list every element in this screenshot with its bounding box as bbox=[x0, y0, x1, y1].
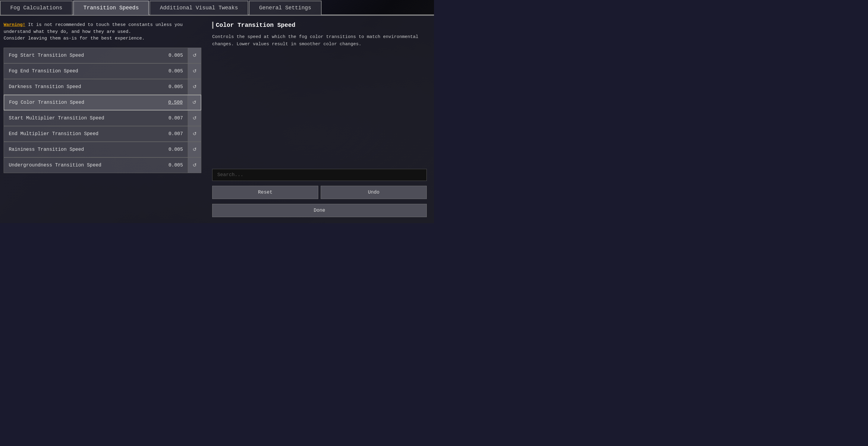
reset-icon-glyph-undergroundness: ↺ bbox=[193, 162, 196, 168]
right-panel: Color Transition Speed Controls the spee… bbox=[205, 16, 434, 223]
setting-row-start-multiplier[interactable]: Start Multiplier Transition Speed0.007↺ bbox=[4, 110, 201, 126]
setting-label-start-multiplier: Start Multiplier Transition Speed bbox=[4, 116, 164, 121]
setting-row-fog-start[interactable]: Fog Start Transition Speed0.005↺ bbox=[4, 48, 201, 63]
reset-icon-raininess[interactable]: ↺ bbox=[188, 142, 201, 157]
app-container: Fog CalculationsTransition SpeedsAdditio… bbox=[0, 0, 434, 223]
settings-list: Fog Start Transition Speed0.005↺Fog End … bbox=[4, 48, 201, 173]
done-button[interactable]: Done bbox=[212, 204, 427, 217]
setting-row-raininess[interactable]: Raininess Transition Speed0.005↺ bbox=[4, 142, 201, 157]
reset-icon-glyph-fog-end: ↺ bbox=[193, 68, 196, 74]
reset-icon-darkness[interactable]: ↺ bbox=[188, 79, 201, 94]
setting-label-raininess: Raininess Transition Speed bbox=[4, 147, 164, 152]
setting-label-fog-color: Fog Color Transition Speed bbox=[4, 100, 163, 105]
tab-transition-speeds[interactable]: Transition Speeds bbox=[73, 1, 149, 15]
setting-value-fog-start: 0.005 bbox=[164, 53, 188, 58]
reset-button[interactable]: Reset bbox=[212, 186, 318, 199]
setting-row-fog-end[interactable]: Fog End Transition Speed0.005↺ bbox=[4, 63, 201, 79]
reset-icon-start-multiplier[interactable]: ↺ bbox=[188, 111, 201, 126]
setting-label-fog-start: Fog Start Transition Speed bbox=[4, 53, 164, 58]
warning-block: Warning! It is not recommended to touch … bbox=[4, 21, 201, 46]
reset-icon-glyph-darkness: ↺ bbox=[193, 84, 196, 90]
setting-row-end-multiplier[interactable]: End Multiplier Transition Speed0.007↺ bbox=[4, 126, 201, 142]
reset-icon-glyph-end-multiplier: ↺ bbox=[193, 131, 196, 137]
reset-icon-end-multiplier[interactable]: ↺ bbox=[188, 126, 201, 142]
reset-icon-fog-color[interactable]: ↺ bbox=[187, 95, 201, 110]
left-panel: Warning! It is not recommended to touch … bbox=[0, 16, 205, 223]
warning-text: It is not recommended to touch these con… bbox=[4, 22, 183, 41]
reset-icon-undergroundness[interactable]: ↺ bbox=[188, 158, 201, 173]
warning-label: Warning! bbox=[4, 22, 25, 27]
setting-value-end-multiplier: 0.007 bbox=[164, 131, 188, 137]
setting-value-start-multiplier: 0.007 bbox=[164, 116, 188, 121]
setting-value-undergroundness: 0.005 bbox=[164, 162, 188, 168]
info-title: Color Transition Speed bbox=[212, 22, 427, 29]
setting-label-darkness: Darkness Transition Speed bbox=[4, 84, 164, 90]
setting-value-fog-color: 0.500 bbox=[163, 100, 187, 105]
reset-icon-glyph-fog-color: ↺ bbox=[192, 99, 196, 105]
setting-row-fog-color[interactable]: Fog Color Transition Speed0.500↺ bbox=[4, 95, 201, 110]
reset-icon-fog-start[interactable]: ↺ bbox=[188, 48, 201, 63]
search-input[interactable] bbox=[212, 169, 427, 181]
reset-icon-glyph-raininess: ↺ bbox=[193, 147, 196, 152]
setting-value-fog-end: 0.005 bbox=[164, 68, 188, 74]
setting-label-fog-end: Fog End Transition Speed bbox=[4, 68, 164, 74]
tab-fog-calculations[interactable]: Fog Calculations bbox=[0, 1, 73, 15]
setting-label-end-multiplier: End Multiplier Transition Speed bbox=[4, 131, 164, 137]
info-text: Controls the speed at which the fog colo… bbox=[212, 33, 427, 48]
setting-label-undergroundness: Undergroundness Transition Speed bbox=[4, 162, 164, 168]
setting-row-undergroundness[interactable]: Undergroundness Transition Speed0.005↺ bbox=[4, 157, 201, 173]
tab-general-settings[interactable]: General Settings bbox=[249, 1, 321, 15]
reset-icon-glyph-fog-start: ↺ bbox=[193, 53, 196, 58]
undo-button[interactable]: Undo bbox=[321, 186, 427, 199]
tab-additional-visual-tweaks[interactable]: Additional Visual Tweaks bbox=[150, 1, 248, 15]
reset-icon-fog-end[interactable]: ↺ bbox=[188, 64, 201, 79]
setting-value-raininess: 0.005 bbox=[164, 147, 188, 152]
tab-bar: Fog CalculationsTransition SpeedsAdditio… bbox=[0, 0, 434, 15]
setting-row-darkness[interactable]: Darkness Transition Speed0.005↺ bbox=[4, 79, 201, 95]
setting-value-darkness: 0.005 bbox=[164, 84, 188, 90]
content-area: Warning! It is not recommended to touch … bbox=[0, 15, 434, 223]
action-buttons-row: Reset Undo bbox=[212, 186, 427, 199]
reset-icon-glyph-start-multiplier: ↺ bbox=[193, 115, 196, 121]
